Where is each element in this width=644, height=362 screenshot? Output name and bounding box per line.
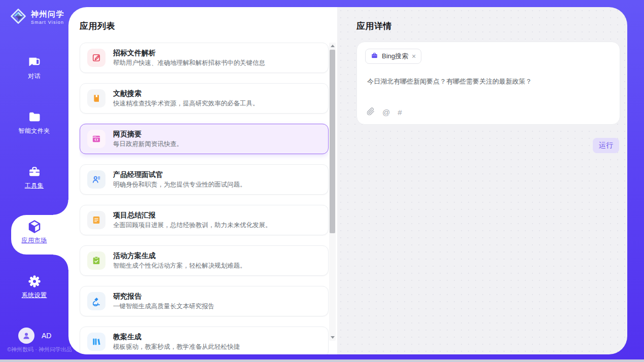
input-toolbar: @ # xyxy=(367,107,402,118)
sidebar-item-smart-folders[interactable]: 智能文件夹 xyxy=(0,110,68,139)
app-detail-title: 应用详情 xyxy=(356,20,392,32)
toolbox-icon xyxy=(27,164,42,179)
app-card-description: 模板驱动，教案秒成，教学准备从此轻松快捷 xyxy=(113,343,240,351)
sidebar-nav: 对话 智能文件夹 工具 xyxy=(0,55,68,329)
sidebar-item-label: 应用市场 xyxy=(22,236,47,245)
app-card[interactable]: 招标文件解析 帮助用户快速、准确地理解和解析招标书中的关键信息 xyxy=(80,43,329,73)
microscope-icon xyxy=(87,292,105,310)
app-window: 神州问学 Smart Vision 对话 xyxy=(0,0,644,359)
sidebar-item-label: 对话 xyxy=(28,72,41,81)
sidebar-item-chat[interactable]: 对话 xyxy=(0,55,68,84)
app-card-description: 帮助用户快速、准确地理解和解析招标书中的关键信息 xyxy=(113,59,265,67)
copyright-text: ©神州数码 · 神州问学出品 xyxy=(7,346,72,353)
app-card-description: 每日政府新闻资讯快查。 xyxy=(113,140,183,149)
app-card[interactable]: 产品经理面试官 明确身份和职责，为您提供专业性的面试问题。 xyxy=(80,164,329,195)
sidebar-item-label: 智能文件夹 xyxy=(18,127,50,135)
app-card[interactable]: 研究报告 一键智能生成高质量长文本研究报告 xyxy=(80,286,329,316)
books-icon xyxy=(87,333,105,351)
user-initials: AD xyxy=(42,332,51,340)
sidebar-item-app-market[interactable]: 应用市场 xyxy=(0,219,68,248)
hash-icon[interactable]: # xyxy=(398,108,402,117)
app-list-title: 应用列表 xyxy=(80,20,115,32)
paperclip-icon[interactable] xyxy=(367,107,375,118)
app-card-title: 教案生成 xyxy=(113,332,240,342)
cube-icon xyxy=(27,219,42,234)
app-card-title: 招标文件解析 xyxy=(113,48,265,58)
sidebar: 神州问学 Smart Vision 对话 xyxy=(0,0,68,359)
app-card-title: 网页摘要 xyxy=(113,129,183,139)
app-detail-panel: 应用详情 Bing搜索 × 今日湖北有哪些新闻要点？有哪些需要关注的最新政策？ xyxy=(337,7,627,354)
app-card-title: 产品经理面试官 xyxy=(113,170,246,179)
mention-icon[interactable]: @ xyxy=(382,108,390,117)
list-scrollbar[interactable] xyxy=(329,43,336,341)
app-logo: 神州问学 Smart Vision xyxy=(9,7,64,27)
app-card-description: 一键智能生成高质量长文本研究报告 xyxy=(113,302,214,311)
tool-tag-label: Bing搜索 xyxy=(382,52,408,61)
main-panel: 应用列表 招标文件解析 帮助用户快速、准确地理解和解析招标书中的关键信息 文献搜… xyxy=(68,7,627,354)
app-card-description: 全面回顾项目进展，总结经验教训，助力未来优化发展。 xyxy=(113,221,272,230)
sidebar-item-label: 工具集 xyxy=(25,182,44,190)
scroll-up-button[interactable] xyxy=(329,43,336,49)
query-text[interactable]: 今日湖北有哪些新闻要点？有哪些需要关注的最新政策？ xyxy=(367,77,611,86)
app-card[interactable]: 活动方案生成 智能生成个性化活动方案，轻松解决规划难题。 xyxy=(80,245,329,276)
app-card-title: 活动方案生成 xyxy=(113,251,246,261)
prompt-input-card[interactable]: Bing搜索 × 今日湖北有哪些新闻要点？有哪些需要关注的最新政策？ @ # xyxy=(356,42,620,125)
edit-document-icon xyxy=(87,49,105,67)
logo-diamond-icon xyxy=(9,7,27,27)
sidebar-item-settings[interactable]: 系统设置 xyxy=(0,274,68,303)
bubble-notch-top xyxy=(53,200,68,215)
briefcase-icon xyxy=(371,52,378,61)
report-note-icon xyxy=(87,211,105,229)
user-avatar xyxy=(18,328,34,344)
sidebar-item-toolset[interactable]: 工具集 xyxy=(0,164,68,194)
bottom-edge-strip xyxy=(0,359,644,362)
close-icon[interactable]: × xyxy=(412,53,416,60)
app-list-panel: 应用列表 招标文件解析 帮助用户快速、准确地理解和解析招标书中的关键信息 文献搜… xyxy=(68,7,337,354)
chat-icon xyxy=(27,55,42,70)
app-card[interactable]: 教案生成 模板驱动，教案秒成，教学准备从此轻松快捷 xyxy=(80,327,329,354)
app-card-description: 智能生成个性化活动方案，轻松解决规划难题。 xyxy=(113,262,246,270)
browser-code-icon xyxy=(87,130,105,148)
app-card-title: 研究报告 xyxy=(113,292,214,301)
user-account[interactable]: AD xyxy=(18,328,51,344)
app-card-list: 招标文件解析 帮助用户快速、准确地理解和解析招标书中的关键信息 文献搜索 快速精… xyxy=(80,43,329,354)
interviewer-icon xyxy=(87,170,105,189)
app-card[interactable]: 文献搜索 快速精准查找学术资源，提高研究效率的必备工具。 xyxy=(80,83,329,114)
app-card-title: 文献搜索 xyxy=(113,89,259,98)
scrollbar-thumb[interactable] xyxy=(330,50,335,233)
sidebar-item-label: 系统设置 xyxy=(22,291,47,300)
run-button[interactable]: 运行 xyxy=(593,138,619,153)
scroll-down-button[interactable] xyxy=(329,334,336,341)
folder-icon xyxy=(27,110,42,125)
logo-title: 神州问学 xyxy=(31,10,64,19)
app-card-title: 项目总结汇报 xyxy=(113,210,272,220)
app-card[interactable]: 项目总结汇报 全面回顾项目进展，总结经验教训，助力未来优化发展。 xyxy=(80,205,329,235)
app-card[interactable]: 网页摘要 每日政府新闻资讯快查。 xyxy=(80,124,329,154)
clipboard-check-icon xyxy=(87,251,105,270)
gear-icon xyxy=(27,274,42,289)
app-card-description: 明确身份和职责，为您提供专业性的面试问题。 xyxy=(113,180,246,189)
book-icon xyxy=(87,89,105,107)
app-card-description: 快速精准查找学术资源，提高研究效率的必备工具。 xyxy=(113,99,259,108)
bubble-notch-bottom xyxy=(53,255,68,270)
logo-subtitle: Smart Vision xyxy=(31,20,64,25)
tool-tag-bing-search[interactable]: Bing搜索 × xyxy=(365,49,421,64)
person-icon xyxy=(22,331,31,340)
